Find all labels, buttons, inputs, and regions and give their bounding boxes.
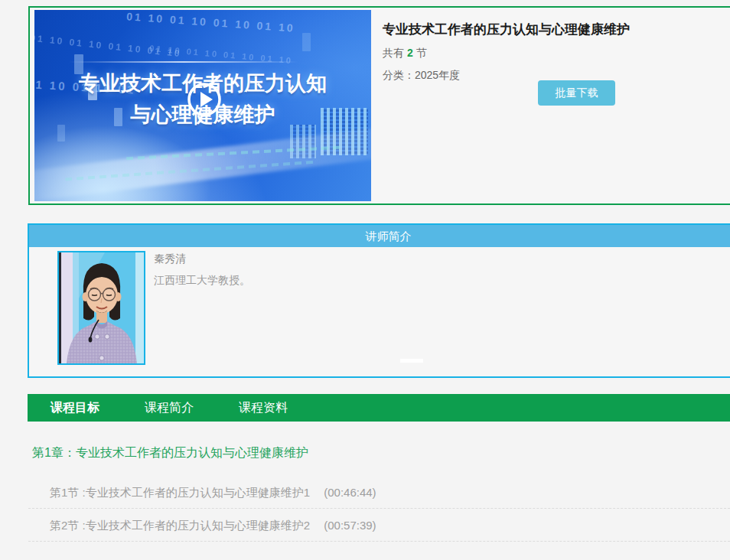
lesson-list: 第1节 :专业技术工作者的压力认知与心理健康维护1 (00:46:44) 第2节… xyxy=(28,476,730,542)
batch-download-button[interactable]: 批量下载 xyxy=(538,80,615,106)
course-title: 专业技术工作者的压力认知与心理健康维护 xyxy=(383,21,730,38)
tab-course-introduction[interactable]: 课程简介 xyxy=(145,400,194,416)
instructor-section-header: 讲师简介 xyxy=(29,225,730,247)
instructor-body: 秦秀清 江西理工大学教授。 xyxy=(29,247,730,376)
course-tab-bar: 课程目标 课程简介 课程资料 xyxy=(28,394,730,422)
chapter-section: 第1章：专业技术工作者的压力认知与心理健康维护 第1节 :专业技术工作者的压力认… xyxy=(28,442,730,542)
lesson-row-1[interactable]: 第1节 :专业技术工作者的压力认知与心理健康维护1 (00:46:44) xyxy=(28,476,730,509)
lesson-title: 第2节 :专业技术工作者的压力认知与心理健康维护2 xyxy=(50,519,310,532)
play-button-icon[interactable] xyxy=(187,82,222,117)
lesson-title: 第1节 :专业技术工作者的压力认知与心理健康维护1 xyxy=(50,486,310,499)
course-section-count: 共有2节 xyxy=(383,47,730,60)
lesson-row-2[interactable]: 第2节 :专业技术工作者的压力认知与心理健康维护2 (00:57:39) xyxy=(28,509,730,542)
tab-course-objectives[interactable]: 课程目标 xyxy=(51,400,99,416)
tab-course-materials[interactable]: 课程资料 xyxy=(239,400,288,416)
instructor-text: 秦秀清 江西理工大学教授。 xyxy=(154,252,250,288)
banner-decor-bar xyxy=(302,33,311,51)
instructor-section: 讲师简介 xyxy=(28,223,730,378)
divider-dash xyxy=(400,359,423,363)
lesson-duration: (00:57:39) xyxy=(324,519,376,532)
chapter-title: 第1章：专业技术工作者的压力认知与心理健康维护 xyxy=(32,445,730,461)
instructor-photo xyxy=(57,251,145,365)
banner-divider-line xyxy=(69,61,298,63)
course-info-panel: 专业技术工作者的压力认知与心理健康维护 共有2节 分类：2025年度 xyxy=(383,21,730,83)
course-video-thumbnail[interactable]: 01 10 01 10 01 10 01 10 01 10 01 10 01 1… xyxy=(34,10,371,201)
lesson-duration: (00:46:44) xyxy=(324,486,376,499)
course-header-box: 01 10 01 10 01 10 01 10 01 10 01 10 01 1… xyxy=(28,6,730,205)
instructor-name: 秦秀清 xyxy=(154,252,250,266)
banner-binary-texture: 01 10 01 10 01 10 01 10 xyxy=(126,10,295,34)
instructor-description: 江西理工大学教授。 xyxy=(154,274,250,288)
